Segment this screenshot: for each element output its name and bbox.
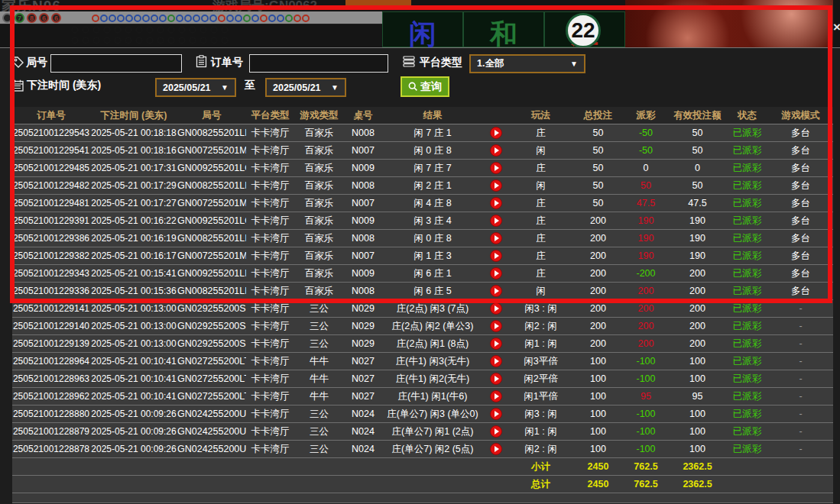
play-result-button[interactable] [490, 373, 502, 385]
table-row: 2505210012289642025-05-21 00:10:41GN0272… [12, 353, 833, 370]
table-no-cell: N008 [344, 233, 382, 244]
game-type-cell: 牛牛 [294, 390, 344, 403]
play-result-button[interactable] [490, 267, 502, 279]
subtotal-valid: 2362.5 [669, 461, 726, 472]
platform-cell: 卡卡湾厅 [246, 162, 294, 175]
round-filter-label: 局号 [26, 56, 47, 69]
play-result-button[interactable] [490, 197, 502, 209]
bead-circle [117, 15, 125, 22]
bet-time-cell: 2025-05-21 00:15:36 [90, 286, 177, 296]
play-cell [483, 267, 508, 279]
play-icon [495, 147, 499, 153]
play-result-button[interactable] [490, 144, 502, 157]
play-cell [483, 408, 508, 420]
round-id-cell: GN007255201MV [177, 198, 246, 208]
bet-records-modal: 局号 订单号 平台类型 1.全部 ▼ 下注时间 (美东) 2025/05/21 … [0, 47, 840, 504]
bet-time-cell: 2025-05-21 00:10:41 [90, 391, 177, 402]
play-cell [483, 355, 508, 367]
status-cell: 已派彩 [726, 144, 768, 157]
table-no-cell: N029 [344, 321, 382, 331]
total-bet-cell: 50 [573, 145, 623, 156]
play-result-button[interactable] [490, 338, 502, 350]
bead-circle [243, 15, 251, 22]
round-id-cell: GN027255200LT [177, 391, 246, 402]
result-cell: 庄(2点) 闲2 (单公3) [382, 320, 483, 333]
clipboard-icon [196, 55, 207, 68]
payout-cell: 190 [623, 250, 669, 261]
round-id-cell: GN009255201LO [177, 215, 246, 226]
bead-circle [268, 15, 276, 22]
order-number-cell: 250521001229343 [12, 268, 90, 279]
bet-time-cell: 2025-05-21 00:13:00 [90, 303, 177, 314]
bead-circle [285, 15, 293, 22]
column-header: 平台类型 [246, 109, 294, 122]
total-bet-cell: 100 [573, 426, 623, 437]
game-type-cell: 百家乐 [294, 162, 344, 175]
valid-bet-cell: 100 [669, 356, 726, 367]
round-id-cell: GN029255200SL [177, 338, 246, 349]
bead-circle [92, 15, 99, 22]
play-type-cell: 闲 [508, 144, 573, 157]
game-type-cell: 牛牛 [294, 373, 344, 386]
date-to-value: 2025/05/21 [273, 82, 321, 93]
play-result-button[interactable] [490, 232, 502, 244]
play-cell [483, 425, 508, 438]
valid-bet-cell: 95 [669, 391, 726, 402]
subtotal-payout: 762.5 [623, 461, 669, 472]
bet-time-cell: 2025-05-21 00:18:18 [90, 128, 177, 138]
game-type-cell: 三公 [294, 320, 344, 333]
close-icon[interactable]: × [833, 20, 840, 35]
total-bet-cell: 50 [573, 180, 623, 191]
play-result-button[interactable] [490, 162, 502, 174]
round-id-cell: GN029255200SL [177, 303, 246, 314]
play-type-cell: 庄 [508, 267, 573, 280]
result-cell: 庄(2点) 闲3 (7点) [382, 302, 483, 315]
table-row: 2505210012293822025-05-21 00:16:17GN0072… [12, 247, 833, 265]
play-result-button[interactable] [490, 320, 502, 332]
table-row: 2505210012291392025-05-21 00:13:00GN0292… [12, 335, 833, 353]
order-filter-input[interactable] [249, 54, 388, 73]
game-type-cell: 三公 [294, 443, 344, 456]
payout-cell: 190 [623, 215, 669, 226]
play-result-button[interactable] [490, 302, 502, 315]
play-result-button[interactable] [490, 285, 502, 297]
calendar-icon [11, 79, 24, 92]
play-type-cell: 闲2平倍 [508, 373, 573, 386]
query-button[interactable]: 查询 [401, 76, 449, 97]
total-valid: 2362.5 [669, 479, 726, 489]
play-result-button[interactable] [490, 425, 502, 438]
play-result-button[interactable] [490, 179, 502, 192]
play-cell [483, 162, 508, 174]
table-row: 2505210012294852025-05-21 00:17:31GN0092… [12, 160, 833, 177]
platform-type-select[interactable]: 1.全部 ▼ [469, 54, 585, 73]
bet-time-cell: 2025-05-21 00:18:16 [90, 145, 177, 156]
column-header: 总投注 [573, 109, 623, 122]
order-number-cell: 250521001228964 [12, 356, 90, 367]
date-from-select[interactable]: 2025/05/21 ▼ [155, 78, 236, 97]
search-icon [408, 82, 418, 92]
payout-cell: -100 [623, 444, 669, 454]
round-filter-input[interactable] [50, 54, 182, 73]
play-result-button[interactable] [490, 355, 502, 367]
bet-time-cell: 2025-05-21 00:16:19 [90, 233, 177, 244]
play-result-button[interactable] [490, 408, 502, 420]
play-icon [495, 130, 499, 136]
play-cell [483, 338, 508, 350]
play-result-button[interactable] [490, 390, 502, 402]
play-icon [495, 323, 499, 329]
play-result-button[interactable] [490, 215, 502, 227]
bead-circle [100, 15, 108, 22]
play-result-button[interactable] [490, 443, 502, 455]
order-number-cell: 250521001229386 [12, 233, 90, 244]
bead-circle [251, 15, 259, 22]
total-payout: 762.5 [623, 479, 669, 489]
platform-cell: 卡卡湾厅 [246, 215, 294, 228]
game-type-cell: 百家乐 [294, 232, 344, 245]
play-result-button[interactable] [490, 250, 502, 262]
platform-cell: 卡卡湾厅 [246, 302, 294, 315]
date-to-select[interactable]: 2025/05/21 ▼ [265, 78, 346, 97]
valid-bet-cell: 190 [669, 215, 726, 226]
bead-circle [193, 15, 200, 22]
play-result-button[interactable] [490, 127, 502, 139]
game-mode-cell: 多台 [768, 179, 833, 192]
